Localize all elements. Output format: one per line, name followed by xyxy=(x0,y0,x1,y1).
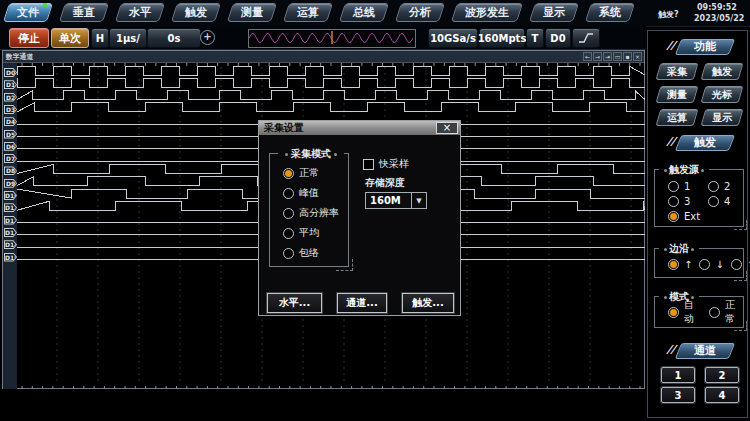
channel-label-D13[interactable]: D13 xyxy=(4,228,17,237)
channel-label-text: D8 xyxy=(5,167,16,174)
trigger-source-option-5[interactable]: Ext xyxy=(668,210,708,222)
menu-tab-3[interactable]: 水平 xyxy=(116,2,164,23)
edge-option-2[interactable]: ↓ xyxy=(699,258,723,270)
menu-tab-4[interactable]: 触发 xyxy=(172,2,220,23)
channel-button-1[interactable]: 1 xyxy=(661,367,695,383)
channel-label-D0[interactable]: D0 xyxy=(4,68,17,77)
mode-option-1[interactable]: 正常 xyxy=(283,167,339,179)
menu-tab-1[interactable]: 文件 xyxy=(4,2,52,23)
channel-label-D11[interactable]: D11 xyxy=(4,203,17,212)
channel-label-D15[interactable]: D15 xyxy=(4,253,17,262)
channel-label-D7[interactable]: D7 xyxy=(4,154,17,163)
mode-option-2[interactable]: 峰值 xyxy=(283,187,339,199)
panel-header[interactable]: 数字通道 ←→⇥▭▪× xyxy=(3,51,644,63)
function-button-label: 光标 xyxy=(712,89,732,100)
channel-label-D14[interactable]: D14 xyxy=(4,240,17,249)
dialog-close-icon[interactable]: × xyxy=(436,122,458,134)
preview-sine-wave xyxy=(249,30,413,45)
waveform-preview-strip[interactable] xyxy=(248,29,416,48)
menu-tab-8[interactable]: 分析 xyxy=(396,2,444,23)
stop-button[interactable]: 停止 xyxy=(9,28,49,48)
trigger-source-option-2[interactable]: 2 xyxy=(708,180,742,192)
timebase-button[interactable]: 1μs/ xyxy=(109,28,147,48)
channel-label-D4[interactable]: D4 xyxy=(4,117,17,126)
mode-option-3[interactable]: 高分辨率 xyxy=(283,207,339,219)
menu-tab-5[interactable]: 测量 xyxy=(228,2,276,23)
function-button-1[interactable]: 采集 xyxy=(658,63,696,80)
menu-tab-label: 垂直 xyxy=(73,6,95,19)
menu-tab-9[interactable]: 波形发生 xyxy=(452,2,522,23)
channel-label-D1[interactable]: D1 xyxy=(4,80,17,89)
oscilloscope-screen: 文件垂直水平触发测量运算总线分析波形发生显示系统 触发? 09:59:52 20… xyxy=(0,0,750,421)
trigger-source-button[interactable]: D0 xyxy=(545,28,571,48)
channel-button-4[interactable]: 4 xyxy=(705,387,739,403)
radio-icon xyxy=(708,196,719,207)
dialog-button-3[interactable]: 触发... xyxy=(402,293,454,313)
channel-label-text: D11 xyxy=(5,204,16,211)
trigger-source-option-3[interactable]: 3 xyxy=(668,195,708,207)
channel-label-text: D15 xyxy=(5,254,16,261)
panel-title: 数字通道 xyxy=(6,52,33,61)
menu-tab-6[interactable]: 运算 xyxy=(284,2,332,23)
trigger-source-option-1[interactable]: 1 xyxy=(668,180,708,192)
radio-label: 2 xyxy=(724,181,730,192)
menu-tab-label: 文件 xyxy=(17,6,39,19)
dialog-button-1[interactable]: 水平... xyxy=(267,293,322,313)
function-button-2[interactable]: 触发 xyxy=(703,63,741,80)
channel-section-header: 通道 xyxy=(678,343,732,359)
channel-label-text: D3 xyxy=(5,106,16,113)
edge-group: 边沿 ↑↓↑↓ xyxy=(654,248,744,278)
edge-option-1[interactable]: ↑ xyxy=(668,258,692,270)
mode-option-4[interactable]: 平均 xyxy=(283,227,339,239)
trigger-status-text: 触发? xyxy=(658,9,679,20)
function-button-5[interactable]: 运算 xyxy=(658,109,696,126)
memory-depth-dropdown[interactable]: 160M ▼ xyxy=(365,192,427,209)
trigger-slope-button[interactable] xyxy=(572,28,600,48)
menu-tab-label: 运算 xyxy=(297,6,319,19)
channel-label-D6[interactable]: D6 xyxy=(4,142,17,151)
function-button-4[interactable]: 光标 xyxy=(703,86,741,103)
trigger-mode-option-2[interactable]: 正常 xyxy=(709,306,743,318)
zoom-in-icon[interactable]: + xyxy=(200,30,215,45)
channel-button-3[interactable]: 3 xyxy=(661,387,695,403)
fast-sample-checkbox[interactable]: 快采样 xyxy=(363,157,409,171)
menu-tab-2[interactable]: 垂直 xyxy=(60,2,108,23)
pan-left-icon[interactable]: ← xyxy=(583,52,592,61)
channel-label-text: D12 xyxy=(5,217,16,224)
menu-tab-10[interactable]: 显示 xyxy=(530,2,578,23)
restore-icon[interactable]: ▭ xyxy=(613,52,622,61)
radio-icon xyxy=(283,208,294,219)
channel-label-D9[interactable]: D9 xyxy=(4,179,17,188)
channel-label-D8[interactable]: D8 xyxy=(4,166,17,175)
mode-option-5[interactable]: 包络 xyxy=(283,247,339,259)
radio-label: 包络 xyxy=(299,246,319,260)
dialog-title[interactable]: 采集设置 xyxy=(259,121,460,135)
trigger-label: T xyxy=(526,28,544,48)
channel-button-2[interactable]: 2 xyxy=(705,367,739,383)
pan-right-icon[interactable]: → xyxy=(593,52,602,61)
edge-option-3[interactable]: ↑↓ xyxy=(731,258,750,270)
channel-label-D12[interactable]: D12 xyxy=(4,216,17,225)
function-button-6[interactable]: 显示 xyxy=(703,109,741,126)
menu-bar: 文件垂直水平触发测量运算总线分析波形发生显示系统 触发? 09:59:52 20… xyxy=(0,0,750,27)
channel-label-D10[interactable]: D10 xyxy=(4,191,17,200)
function-button-3[interactable]: 测量 xyxy=(658,86,696,103)
channel-label-D2[interactable]: D2 xyxy=(4,93,17,102)
dialog-button-2[interactable]: 通道... xyxy=(337,293,387,313)
menu-tab-7[interactable]: 总线 xyxy=(340,2,388,23)
pan-end-icon[interactable]: ⇥ xyxy=(603,52,612,61)
minimize-icon[interactable]: ▪ xyxy=(623,52,632,61)
menu-tab-label: 触发 xyxy=(185,6,207,19)
channel-label-D5[interactable]: D5 xyxy=(4,130,17,139)
close-icon[interactable]: × xyxy=(633,52,642,61)
channel-label-text: D13 xyxy=(5,229,16,236)
horizontal-offset-button[interactable]: 0s xyxy=(147,28,201,48)
panel-window-controls: ←→⇥▭▪× xyxy=(583,52,642,61)
trigger-mode-option-1[interactable]: 自动 xyxy=(668,306,702,318)
radio-icon xyxy=(731,259,742,270)
clock-date: 2023/05/22 xyxy=(694,14,744,23)
trigger-source-option-4[interactable]: 4 xyxy=(708,195,742,207)
single-button[interactable]: 单次 xyxy=(51,28,89,48)
menu-tab-11[interactable]: 系统 xyxy=(586,2,634,23)
channel-label-D3[interactable]: D3 xyxy=(4,105,17,114)
